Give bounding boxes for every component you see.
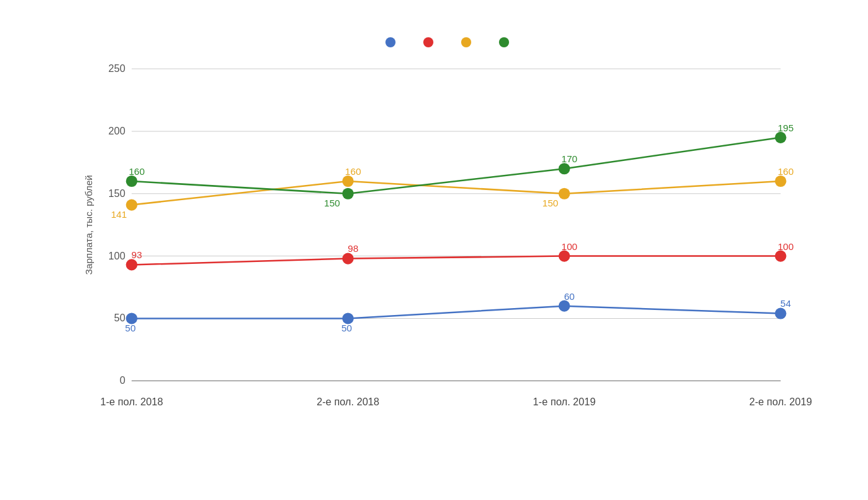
svg-point-26 (126, 259, 138, 270)
svg-text:100: 100 (778, 241, 794, 252)
legend-dot-lead (499, 37, 509, 47)
svg-text:2-е пол. 2018: 2-е пол. 2018 (317, 396, 379, 407)
svg-text:93: 93 (131, 249, 142, 260)
svg-point-24 (775, 307, 786, 319)
svg-text:160: 160 (129, 166, 144, 177)
svg-text:1-е пол. 2018: 1-е пол. 2018 (100, 396, 163, 407)
svg-text:Зарплата, тыс. рублей: Зарплата, тыс. рублей (83, 175, 94, 275)
svg-text:160: 160 (778, 166, 794, 177)
legend-item-senior (461, 37, 476, 47)
legend-dot-junior (385, 37, 396, 47)
svg-text:54: 54 (780, 298, 791, 309)
svg-text:200: 200 (108, 125, 126, 136)
svg-text:150: 150 (542, 198, 558, 208)
legend-item-junior (385, 37, 401, 47)
svg-text:150: 150 (324, 198, 340, 208)
svg-point-28 (343, 253, 354, 264)
svg-text:100: 100 (108, 250, 126, 261)
svg-text:170: 170 (561, 153, 577, 164)
svg-point-34 (126, 199, 138, 210)
svg-point-22 (558, 301, 570, 312)
legend-item-lead (499, 37, 514, 47)
svg-point-36 (343, 176, 354, 187)
chart-container: 0501001502002501-е пол. 20182-е пол. 201… (24, 13, 844, 487)
svg-text:250: 250 (108, 62, 126, 74)
svg-text:0: 0 (120, 374, 126, 386)
legend-item-middle (423, 37, 438, 47)
svg-text:50: 50 (125, 323, 136, 333)
svg-text:195: 195 (778, 122, 794, 133)
svg-point-46 (558, 163, 570, 174)
svg-point-48 (775, 132, 786, 143)
main-chart: 0501001502002501-е пол. 20182-е пол. 201… (81, 62, 819, 419)
svg-point-44 (343, 188, 354, 199)
svg-point-42 (126, 176, 138, 187)
svg-point-30 (558, 251, 570, 262)
svg-text:50: 50 (114, 312, 126, 323)
legend-dot-middle (423, 37, 433, 47)
svg-text:50: 50 (341, 323, 352, 333)
svg-text:60: 60 (564, 291, 575, 302)
svg-point-38 (558, 188, 570, 199)
svg-text:2-е пол. 2019: 2-е пол. 2019 (749, 396, 812, 407)
legend-dot-senior (461, 37, 471, 47)
svg-text:160: 160 (345, 166, 361, 177)
svg-text:141: 141 (111, 209, 127, 220)
legend (81, 37, 819, 47)
svg-text:1-е пол. 2019: 1-е пол. 2019 (533, 396, 595, 407)
svg-text:98: 98 (348, 243, 358, 254)
svg-point-32 (775, 251, 786, 262)
svg-text:150: 150 (108, 188, 126, 199)
svg-text:100: 100 (561, 241, 577, 252)
svg-point-40 (775, 176, 786, 187)
